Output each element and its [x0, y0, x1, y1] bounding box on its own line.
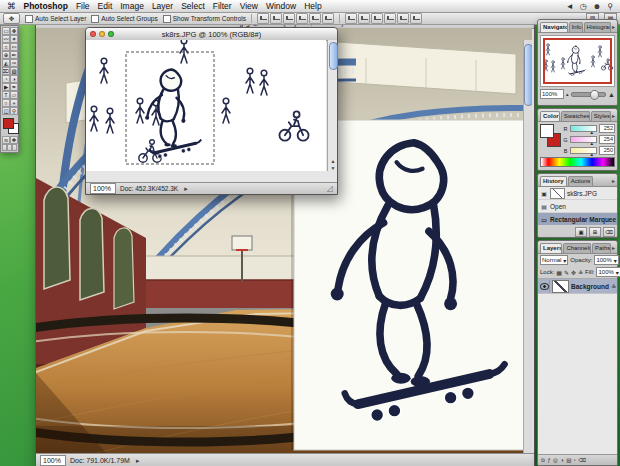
- slider-thumb-icon[interactable]: ▲: [590, 141, 594, 146]
- foreground-color-swatch[interactable]: [540, 124, 554, 138]
- tab-info[interactable]: Info: [569, 22, 583, 32]
- menu-view[interactable]: View: [240, 1, 258, 11]
- zoom-tool[interactable]: ⚲: [10, 107, 18, 115]
- panel-menu-icon[interactable]: ▸: [612, 243, 615, 253]
- menu-filter[interactable]: Filter: [213, 1, 232, 11]
- align-hcenter-button[interactable]: [309, 13, 321, 24]
- auto-select-layer-checkbox[interactable]: Auto Select Layer: [25, 15, 86, 23]
- menu-image[interactable]: Image: [120, 1, 144, 11]
- scroll-down-icon[interactable]: ▼: [328, 165, 338, 171]
- dodge-tool[interactable]: ◑: [10, 75, 18, 83]
- tab-layers[interactable]: Layers: [540, 243, 562, 253]
- panel-menu-icon[interactable]: ▸: [612, 111, 615, 121]
- scroll-up-icon[interactable]: ▲: [328, 158, 338, 164]
- slider-thumb[interactable]: [590, 90, 599, 100]
- align-right-button[interactable]: [322, 13, 334, 24]
- tab-paths[interactable]: Paths: [592, 243, 611, 253]
- tab-swatches[interactable]: Swatches: [561, 111, 590, 121]
- fullscreen-mode-button[interactable]: [12, 144, 17, 151]
- sk8rs-canvas[interactable]: [86, 40, 326, 171]
- menu-edit[interactable]: Edit: [98, 1, 113, 11]
- notes-tool[interactable]: ○: [2, 99, 10, 107]
- move-tool-icon[interactable]: ✥: [3, 13, 20, 24]
- eyedropper-tool[interactable]: ⌖: [10, 99, 18, 107]
- gradient-tool[interactable]: ▨: [10, 67, 18, 75]
- new-snapshot-button[interactable]: ⊞: [589, 227, 601, 237]
- blur-tool[interactable]: ◔: [2, 75, 10, 83]
- distribute-hcenter-button[interactable]: [397, 13, 409, 24]
- delete-layer-button[interactable]: ⌫: [578, 457, 586, 463]
- navigator-preview[interactable]: [540, 35, 615, 87]
- delete-state-button[interactable]: ⌫: [603, 227, 615, 237]
- path-selection-tool[interactable]: ▶: [2, 83, 10, 91]
- red-slider[interactable]: ▲: [570, 125, 597, 132]
- distribute-right-button[interactable]: [410, 13, 422, 24]
- menu-select[interactable]: Select: [181, 1, 205, 11]
- hand-tool[interactable]: ◫: [2, 107, 10, 115]
- history-state-rectangular-marquee[interactable]: ▭ Rectangular Marquee: [538, 213, 617, 226]
- menu-file[interactable]: File: [76, 1, 90, 11]
- distribute-bottom-button[interactable]: [371, 13, 383, 24]
- zoom-out-icon[interactable]: ▴: [566, 91, 569, 97]
- tab-color[interactable]: Color: [540, 111, 560, 121]
- layer-row-background[interactable]: Background ≙: [538, 279, 617, 293]
- auto-select-groups-checkbox[interactable]: Auto Select Groups: [91, 15, 157, 23]
- magic-wand-tool[interactable]: ✶: [10, 35, 18, 43]
- pen-tool[interactable]: ✒: [10, 83, 18, 91]
- status-menu-arrow-icon[interactable]: ▸: [136, 457, 140, 465]
- add-layer-mask-button[interactable]: ◎: [553, 457, 558, 463]
- tab-actions[interactable]: Actions: [568, 176, 594, 186]
- navigator-zoom-slider[interactable]: [571, 92, 607, 97]
- clock-icon[interactable]: ◷: [580, 2, 587, 11]
- align-left-button[interactable]: [296, 13, 308, 24]
- distribute-vcenter-button[interactable]: [358, 13, 370, 24]
- green-value-field[interactable]: 254: [599, 135, 615, 144]
- zoom-button[interactable]: [108, 31, 114, 37]
- blue-slider[interactable]: ▲: [570, 147, 597, 154]
- navigator-zoom-field[interactable]: 100%: [540, 89, 564, 99]
- menu-help[interactable]: Help: [304, 1, 321, 11]
- close-button[interactable]: [90, 31, 96, 37]
- status-menu-arrow-icon[interactable]: ▸: [184, 185, 188, 193]
- user-icon[interactable]: ☻: [593, 2, 601, 11]
- new-document-from-state-button[interactable]: ▣: [575, 227, 587, 237]
- opacity-field[interactable]: 100% ▾: [594, 255, 618, 265]
- move-tool[interactable]: ✥: [10, 27, 18, 35]
- spotlight-icon[interactable]: ⚲: [607, 2, 613, 11]
- history-snapshot-row[interactable]: ▣ sk8rs.JPG: [538, 187, 617, 200]
- crop-tool[interactable]: ⌗: [2, 43, 10, 51]
- volume-icon[interactable]: ◄: [566, 2, 574, 11]
- new-group-button[interactable]: ▤: [566, 457, 571, 463]
- slider-thumb-icon[interactable]: ▲: [590, 152, 594, 157]
- menu-window[interactable]: Window: [266, 1, 296, 11]
- lasso-tool[interactable]: 〰: [2, 35, 10, 43]
- history-brush-tool[interactable]: ✑: [10, 59, 18, 67]
- apple-menu-icon[interactable]: ⌘: [7, 1, 16, 11]
- sk8rs-zoom-field[interactable]: 100%: [90, 183, 116, 194]
- sk8rs-vertical-scrollbar[interactable]: ▲ ▼: [327, 40, 337, 171]
- resize-grip-icon[interactable]: ◿: [327, 184, 333, 193]
- quick-mask-mode-button[interactable]: ❖: [10, 136, 18, 144]
- lock-transparency-button[interactable]: ▦: [556, 269, 562, 276]
- show-transform-controls-checkbox[interactable]: Show Transform Controls: [163, 15, 246, 23]
- brush-tool[interactable]: ✏: [10, 51, 18, 59]
- lock-move-button[interactable]: ✥: [571, 269, 576, 276]
- navigator-view-box[interactable]: [543, 38, 612, 84]
- hall-vertical-scrollbar[interactable]: [523, 40, 532, 453]
- lock-paint-button[interactable]: ✎: [564, 269, 569, 276]
- tab-navigator[interactable]: Navigator: [540, 22, 568, 32]
- history-state-open[interactable]: ▤ Open: [538, 200, 617, 213]
- align-top-button[interactable]: [257, 13, 269, 24]
- rectangular-marquee-tool[interactable]: ▭: [2, 27, 10, 35]
- scrollbar-thumb[interactable]: [524, 44, 532, 106]
- hall-zoom-field[interactable]: 100%: [40, 455, 66, 466]
- tab-history[interactable]: History: [540, 176, 567, 186]
- scrollbar-thumb[interactable]: [329, 42, 338, 70]
- align-bottom-button[interactable]: [283, 13, 295, 24]
- shape-tool[interactable]: ▱: [10, 91, 18, 99]
- tab-styles[interactable]: Styles: [591, 111, 611, 121]
- tab-channels[interactable]: Channels: [563, 243, 591, 253]
- color-spectrum-ramp[interactable]: [540, 157, 615, 167]
- fill-field[interactable]: 100% ▾: [596, 267, 620, 277]
- clone-stamp-tool[interactable]: ◭: [2, 59, 10, 67]
